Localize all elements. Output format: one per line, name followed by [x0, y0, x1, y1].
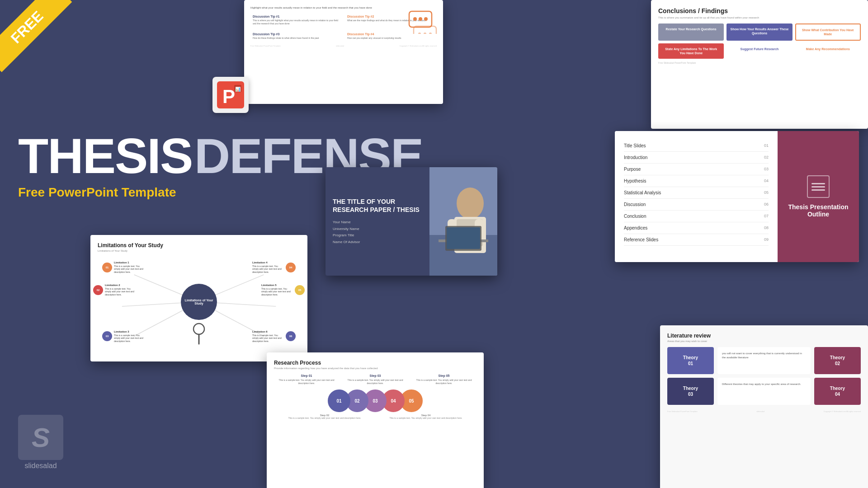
svg-point-9 — [418, 33, 421, 34]
slide-toc: Title Slides 01 Introduction 02 Purpose … — [615, 131, 859, 262]
free-banner: FREE — [0, 0, 81, 81]
limitations-subtitle: Limitations of Your Study — [98, 249, 300, 252]
slide-title-photo — [429, 167, 497, 276]
slide-conclusions: Conclusions / Findings This is where you… — [651, 0, 868, 129]
conc-box-3: Show What Contribution You Have Made — [795, 23, 861, 41]
toc-item-2: Introduction 02 — [624, 152, 769, 164]
conc-box-4: State Any Limitations To The Work You Ha… — [658, 43, 724, 59]
literature-footer: Free Slidesalad PowerPoint Template slid… — [667, 410, 861, 413]
research-step-col-3: Step 05 This is a sample text. You simpl… — [411, 374, 476, 385]
svg-point-10 — [424, 33, 426, 34]
svg-point-28 — [193, 324, 204, 334]
toc-item-1: Title Slides 01 — [624, 140, 769, 152]
limitation-node-3: 03 Limitation 3 This is a sample text. Y… — [102, 330, 146, 343]
limitation-node-5: 05 Limitation 5 This is a sample text. Y… — [261, 284, 305, 296]
svg-point-14 — [457, 188, 484, 219]
toc-icon — [807, 175, 830, 198]
theory-box-01: Theory01 — [667, 347, 714, 374]
research-circles: 01 02 03 04 05 — [274, 389, 476, 412]
theory-grid-top: Theory01 you will not want to cover ever… — [667, 347, 861, 374]
discussion-footer: Free Slidesalad PowerPoint Template slid… — [250, 45, 437, 47]
theory-box-03: Theory03 — [667, 378, 714, 405]
svg-rect-21 — [447, 227, 480, 249]
conc-box-6: Make Any Recommendations — [795, 43, 861, 59]
research-step-col-2: Step 03 This is a sample text. You simpl… — [343, 374, 408, 385]
conc-box-2: Show How Your Results Answer These Quest… — [726, 23, 792, 41]
slidesalad-text: slidesalad — [18, 462, 63, 470]
paper-names: Your Name University Name Program Title … — [333, 219, 422, 245]
research-title: Research Process — [274, 360, 476, 366]
slide-literature: Literature review Areas that you may wis… — [660, 325, 868, 488]
theory-grid-bottom: Theory03 Different theories that may app… — [667, 378, 861, 405]
limitation-node-4: 04 Limitation 4 This is a sample text. Y… — [252, 261, 296, 273]
paper-heading: THE TITLE OF YOUR RESEARCH PAPER / THESI… — [333, 197, 422, 214]
person-silhouette — [429, 167, 497, 276]
limitations-title: Limitations of Your Study — [98, 242, 300, 249]
powerpoint-icon: P 📊 — [212, 77, 249, 113]
step-label-4: Step 04 This is a sample text. You simpl… — [389, 414, 462, 419]
theory-box-04: Theory04 — [814, 378, 861, 405]
chat-icon — [407, 9, 439, 34]
svg-text:P: P — [222, 86, 235, 107]
step-labels-row: Step 02 This is a sample text. You simpl… — [274, 414, 476, 419]
conclusions-grid-2: State Any Limitations To The Work You Ha… — [658, 43, 861, 59]
limitation-node-6: 06 Limitation 6 This is a sample text. Y… — [252, 330, 296, 343]
literature-subtitle: Areas that you may wish to cover — [667, 340, 861, 343]
slidesalad-logo: S — [18, 415, 63, 460]
conclusions-footer: Free Slidesalad PowerPoint Template — [658, 61, 861, 64]
toc-item-8: Appendices 08 — [624, 222, 769, 234]
slide-title: THE TITLE OF YOUR RESEARCH PAPER / THESI… — [326, 167, 497, 276]
slide-discussion: Highlight what your results actually mea… — [244, 0, 443, 104]
toc-item-4: Hypothesis 04 — [624, 175, 769, 187]
limitation-node-1: 01 Limitation 1 This is a sample text. Y… — [102, 261, 146, 273]
toc-item-7: Conclusion 07 — [624, 211, 769, 222]
svg-text:📊: 📊 — [235, 86, 241, 92]
conc-box-1: Restate Your Research Questions — [658, 23, 724, 41]
svg-point-6 — [419, 17, 422, 21]
svg-point-7 — [424, 17, 428, 21]
discussion-tip-2: Discussion Tip #2 What are the major fin… — [345, 13, 437, 28]
research-steps: Step 01 This is a sample text. You simpl… — [274, 374, 476, 385]
limitation-node-2: 02 Limitation 2 This is a sample text. Y… — [93, 284, 137, 296]
research-step-col-1: Step 01 This is a sample text. You simpl… — [274, 374, 339, 385]
discussion-tip-3: Discussion Tip #3 How do these findings … — [250, 30, 342, 42]
research-subtitle: Provide information regarding how you ha… — [274, 367, 476, 370]
toc-item-3: Purpose 03 — [624, 164, 769, 175]
theory-desc-03: Different theories that may apply to you… — [717, 378, 811, 405]
slide-research: Research Process Provide information reg… — [267, 352, 484, 488]
discussion-grid: Discussion Tip #1 This is where you will… — [250, 13, 437, 42]
res-circle-1: 01 — [328, 389, 350, 412]
toc-right-title: Thesis Presentation Outline — [787, 203, 850, 218]
toc-item-5: Statistical Analysis 05 — [624, 187, 769, 199]
conclusions-grid: Restate Your Research Questions Show How… — [658, 23, 861, 41]
free-label: FREE — [0, 0, 72, 72]
slidesalad-brand: S slidesalad — [18, 415, 63, 470]
conclusions-title: Conclusions / Findings — [658, 7, 861, 14]
toc-item-9: Reference Slides 09 — [624, 234, 769, 246]
magnifying-glass-icon — [192, 322, 206, 345]
svg-point-11 — [429, 33, 432, 34]
toc-left: Title Slides 01 Introduction 02 Purpose … — [615, 131, 778, 262]
slide-title-left: THE TITLE OF YOUR RESEARCH PAPER / THESI… — [326, 167, 429, 276]
theory-box-02: Theory02 — [814, 347, 861, 374]
discussion-tip-1: Discussion Tip #1 This is where you will… — [250, 13, 342, 28]
conc-box-5: Suggest Future Research — [726, 43, 792, 59]
toc-right: Thesis Presentation Outline — [778, 131, 859, 262]
step-label-2: Step 02 This is a sample text. You simpl… — [288, 414, 361, 419]
theory-desc-01: you will not want to cover everything th… — [717, 347, 811, 374]
limitations-diagram: Limitations of Your Study 01 Limitation … — [98, 257, 300, 347]
svg-point-5 — [413, 17, 417, 21]
toc-item-6: Discussion 06 — [624, 199, 769, 211]
slide-limitations: Limitations of Your Study Limitations of… — [90, 235, 307, 361]
limitations-hub: Limitations of Your Study — [181, 284, 217, 320]
conclusions-subtitle: This is where you summarize and tie up a… — [658, 16, 861, 19]
literature-title: Literature review — [667, 333, 861, 339]
